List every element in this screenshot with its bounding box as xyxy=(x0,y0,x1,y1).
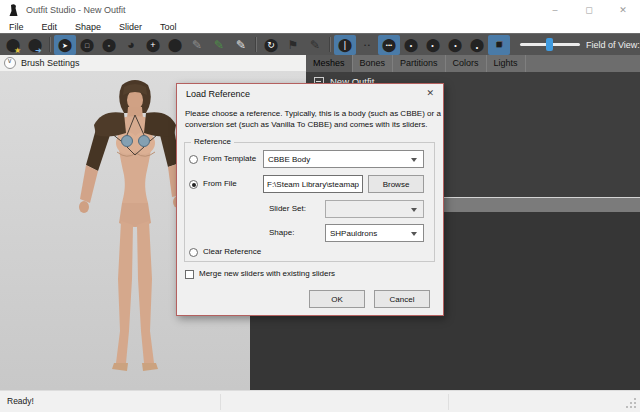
tab-meshes[interactable]: Meshes xyxy=(306,55,353,72)
outfit-studio-window: Outfit Studio - New Outfit – ◻ ✕ File Ed… xyxy=(0,0,640,412)
app-icon xyxy=(8,4,19,17)
brush-preset-1-icon[interactable] xyxy=(400,35,422,55)
window-title: Outfit Studio - New Outfit xyxy=(26,5,126,15)
move-brush-icon[interactable] xyxy=(142,35,164,55)
slider-set-label: Slider Set: xyxy=(269,204,306,213)
select-brush-icon[interactable] xyxy=(76,35,98,55)
toolbar-separator xyxy=(329,37,331,52)
toolbar-separator xyxy=(49,37,51,52)
slider-handle[interactable] xyxy=(546,38,553,51)
brush-preset-3-icon[interactable] xyxy=(444,35,466,55)
minimize-button[interactable]: – xyxy=(538,0,572,20)
brush-preset-2-icon[interactable] xyxy=(422,35,444,55)
deflate-brush-icon[interactable] xyxy=(120,35,142,55)
clear-reference-radio[interactable] xyxy=(189,248,198,257)
toolbar: Field of View: 65 xyxy=(0,33,640,55)
field-of-view-label: Field of View: 65 xyxy=(586,40,640,50)
color-brush-icon[interactable] xyxy=(208,35,230,55)
alpha-brush-icon[interactable] xyxy=(230,35,252,55)
reference-group-label: Reference xyxy=(191,137,234,146)
cancel-button[interactable]: Cancel xyxy=(374,290,430,308)
merge-sliders-checkbox[interactable] xyxy=(185,270,194,279)
mask-brush-icon[interactable] xyxy=(54,35,76,55)
slider-set-dropdown[interactable] xyxy=(325,200,424,218)
tab-lights[interactable]: Lights xyxy=(487,55,526,72)
shape-dropdown[interactable]: SHPauldrons xyxy=(325,224,424,242)
status-bar: Ready! xyxy=(0,390,640,412)
weight-brush-icon[interactable] xyxy=(186,35,208,55)
status-separator xyxy=(448,394,449,410)
brush-settings-label: Brush Settings xyxy=(21,58,80,68)
load-project-icon[interactable] xyxy=(2,35,24,55)
dialog-title: Load Reference xyxy=(186,89,250,99)
menu-slider[interactable]: Slider xyxy=(110,22,151,32)
x-mirror-toggle-icon[interactable] xyxy=(334,35,356,55)
tab-colors[interactable]: Colors xyxy=(446,55,487,72)
brush-settings-header[interactable]: Brush Settings xyxy=(0,55,306,71)
file-path-input[interactable] xyxy=(263,175,363,193)
template-dropdown-value: CBBE Body xyxy=(268,155,310,164)
menu-tool[interactable]: Tool xyxy=(151,22,186,32)
menu-edit[interactable]: Edit xyxy=(33,22,67,32)
status-separator xyxy=(220,394,221,410)
chevron-down-icon xyxy=(4,57,16,69)
toolbar-separator xyxy=(255,37,257,52)
menu-file[interactable]: File xyxy=(0,22,33,32)
load-reference-icon[interactable] xyxy=(24,35,46,55)
maximize-button[interactable]: ◻ xyxy=(572,0,606,20)
ok-button[interactable]: OK xyxy=(309,290,365,308)
resize-grip[interactable] xyxy=(634,406,636,408)
field-of-view-slider[interactable] xyxy=(520,43,580,46)
brush-preset-4-icon[interactable] xyxy=(466,35,488,55)
dialog-description-line1: Please choose a reference. Typically, th… xyxy=(185,109,441,118)
inflate-brush-icon[interactable] xyxy=(98,35,120,55)
tab-partitions[interactable]: Partitions xyxy=(393,55,446,72)
shape-label: Shape: xyxy=(269,228,294,237)
right-panel-tabs: Meshes Bones Partitions Colors Lights xyxy=(306,55,640,72)
template-dropdown[interactable]: CBBE Body xyxy=(263,150,424,168)
merge-sliders-label: Merge new sliders with existing sliders xyxy=(199,269,335,278)
menu-bar: File Edit Shape Slider Tool xyxy=(0,20,640,33)
from-template-label: From Template xyxy=(203,154,256,163)
clear-reference-label: Clear Reference xyxy=(203,247,261,256)
dialog-description-line2: conversion set (such as Vanilla To CBBE)… xyxy=(185,120,427,129)
connected-only-toggle-icon[interactable] xyxy=(356,35,378,55)
title-bar: Outfit Studio - New Outfit – ◻ ✕ xyxy=(0,0,640,20)
close-button[interactable]: ✕ xyxy=(606,0,640,20)
dialog-title-bar[interactable]: Load Reference ✕ xyxy=(177,84,443,104)
pin-tool-icon[interactable] xyxy=(282,35,304,55)
dialog-close-icon[interactable]: ✕ xyxy=(426,88,434,98)
load-reference-dialog: Load Reference ✕ Please choose a referen… xyxy=(176,83,444,316)
browse-button[interactable]: Browse xyxy=(368,175,424,193)
smooth-brush-icon[interactable] xyxy=(164,35,186,55)
textured-view-toggle-icon[interactable] xyxy=(488,35,510,55)
status-text: Ready! xyxy=(7,396,34,406)
from-file-label: From File xyxy=(203,179,237,188)
global-collision-toggle-icon[interactable] xyxy=(378,35,400,55)
transform-tool-icon[interactable] xyxy=(260,35,282,55)
menu-shape[interactable]: Shape xyxy=(66,22,110,32)
from-file-radio[interactable] xyxy=(189,180,198,189)
shape-dropdown-value: SHPauldrons xyxy=(330,229,377,238)
tab-bones[interactable]: Bones xyxy=(353,55,394,72)
vertex-edit-tool-icon[interactable] xyxy=(304,35,326,55)
from-template-radio[interactable] xyxy=(189,155,198,164)
